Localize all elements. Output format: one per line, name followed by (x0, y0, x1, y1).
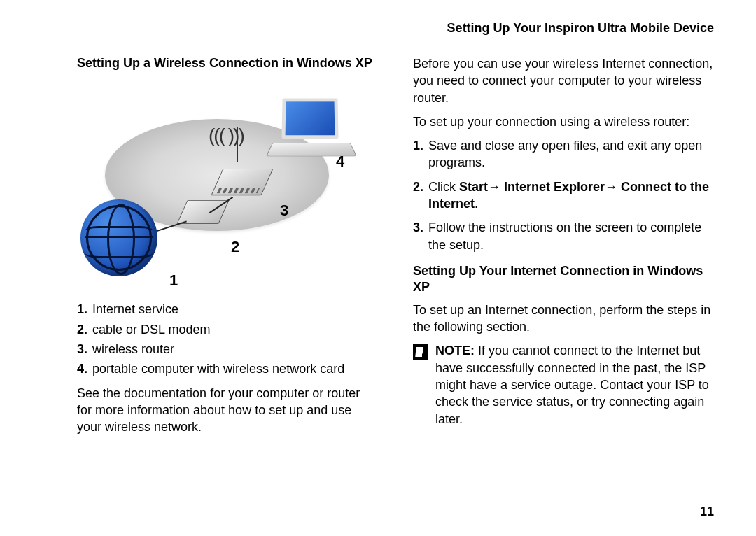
diagram-label-3: 3 (280, 202, 288, 220)
right-heading-2: Setting Up Your Internet Connection in W… (413, 263, 714, 296)
left-heading: Setting Up a Wireless Connection in Wind… (77, 55, 378, 71)
diagram-label-2: 2 (231, 238, 239, 256)
network-diagram: ((( ))) 1 2 3 4 (77, 77, 343, 294)
paragraph: To set up an Internet connection, perfor… (413, 302, 714, 336)
page-number: 11 (700, 505, 714, 519)
wireless-waves-icon: ((( ))) (209, 125, 244, 147)
steps-list: 1. Save and close any open files, and ex… (413, 137, 714, 253)
paragraph: To set up your connection using a wirele… (413, 113, 714, 130)
diagram-label-1: 1 (169, 271, 178, 290)
page-header-title: Setting Up Your Inspiron Ultra Mobile De… (77, 21, 714, 36)
note-icon (413, 344, 428, 360)
paragraph: Before you can use your wireless Interne… (413, 55, 714, 106)
list-item: 3. Follow the instructions on the screen… (413, 219, 714, 253)
legend-list: 1.Internet service 2.cable or DSL modem … (77, 301, 378, 377)
right-column: Before you can use your wireless Interne… (413, 55, 714, 442)
list-item: 3.wireless router (77, 341, 378, 358)
note-text: NOTE: If you cannot connect to the Inter… (435, 342, 714, 427)
list-item: 1.Internet service (77, 301, 378, 318)
left-footer-paragraph: See the documentation for your computer … (77, 385, 378, 436)
list-item: 2.cable or DSL modem (77, 321, 378, 338)
laptop-icon (270, 98, 354, 161)
note-block: NOTE: If you cannot connect to the Inter… (413, 342, 714, 434)
list-item: 4.portable computer with wireless networ… (77, 360, 378, 377)
two-column-layout: Setting Up a Wireless Connection in Wind… (77, 55, 714, 442)
list-item: 2. Click Start→ Internet Explorer→ Conne… (413, 178, 714, 213)
diagram-label-4: 4 (336, 153, 344, 171)
left-column: Setting Up a Wireless Connection in Wind… (77, 55, 378, 442)
list-item: 1. Save and close any open files, and ex… (413, 137, 714, 171)
globe-icon (80, 199, 158, 276)
